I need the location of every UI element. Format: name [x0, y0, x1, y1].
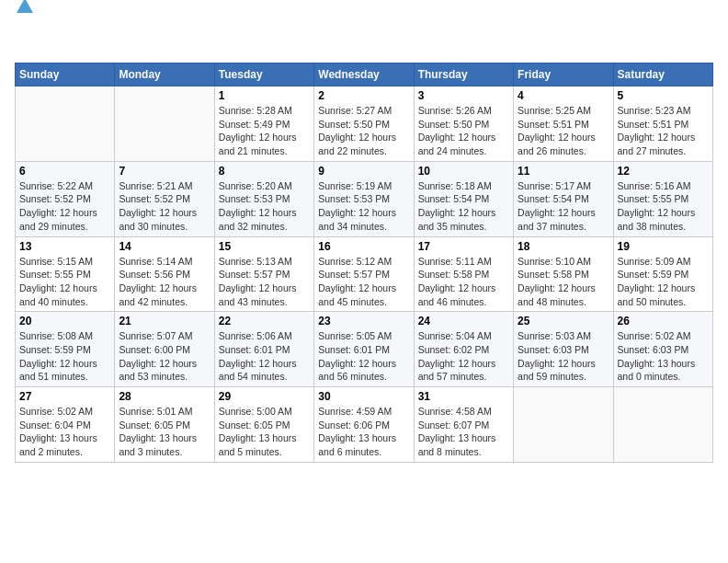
day-info: Sunrise: 5:06 AM Sunset: 6:01 PM Dayligh… — [219, 329, 310, 384]
calendar-cell: 31 Sunrise: 4:58 AM Sunset: 6:07 PM Dayl… — [414, 387, 513, 463]
day-info: Sunrise: 5:13 AM Sunset: 5:57 PM Dayligh… — [219, 255, 310, 309]
daylight: Daylight: 12 hours and 51 minutes. — [19, 358, 97, 383]
calendar-cell: 7 Sunrise: 5:21 AM Sunset: 5:52 PM Dayli… — [115, 161, 214, 236]
day-number: 13 — [19, 240, 110, 253]
calendar-cell: 25 Sunrise: 5:03 AM Sunset: 6:03 PM Dayl… — [514, 312, 613, 387]
calendar-cell: 23 Sunrise: 5:05 AM Sunset: 6:01 PM Dayl… — [314, 312, 414, 387]
daylight: Daylight: 12 hours and 45 minutes. — [318, 282, 396, 307]
sunset: Sunset: 5:54 PM — [518, 193, 589, 204]
daylight: Daylight: 12 hours and 34 minutes. — [318, 207, 396, 232]
sunrise: Sunrise: 5:14 AM — [119, 256, 192, 267]
calendar-week-row: 20 Sunrise: 5:08 AM Sunset: 5:59 PM Dayl… — [16, 312, 713, 387]
sunrise: Sunrise: 5:04 AM — [418, 330, 492, 341]
sunrise: Sunrise: 5:10 AM — [518, 256, 591, 267]
sunset: Sunset: 6:01 PM — [219, 344, 290, 355]
day-number: 15 — [219, 240, 310, 253]
day-info: Sunrise: 5:07 AM Sunset: 6:00 PM Dayligh… — [119, 329, 210, 384]
calendar-cell: 10 Sunrise: 5:18 AM Sunset: 5:54 PM Dayl… — [414, 161, 513, 236]
day-info: Sunrise: 5:18 AM Sunset: 5:54 PM Dayligh… — [418, 179, 509, 234]
daylight: Daylight: 12 hours and 42 minutes. — [119, 282, 197, 307]
day-info: Sunrise: 5:28 AM Sunset: 5:49 PM Dayligh… — [219, 104, 310, 158]
calendar-cell — [613, 387, 712, 463]
sunrise: Sunrise: 5:20 AM — [219, 180, 292, 191]
day-number: 21 — [119, 315, 210, 327]
logo — [15, 15, 59, 55]
daylight: Daylight: 12 hours and 53 minutes. — [119, 358, 197, 383]
daylight: Daylight: 13 hours and 2 minutes. — [19, 432, 97, 457]
daylight: Daylight: 12 hours and 24 minutes. — [418, 132, 496, 156]
day-info: Sunrise: 5:27 AM Sunset: 5:50 PM Dayligh… — [318, 104, 409, 158]
daylight: Daylight: 13 hours and 3 minutes. — [119, 432, 197, 457]
calendar-cell: 4 Sunrise: 5:25 AM Sunset: 5:51 PM Dayli… — [514, 86, 613, 162]
calendar-cell: 29 Sunrise: 5:00 AM Sunset: 6:05 PM Dayl… — [214, 387, 313, 463]
weekday-header: Saturday — [613, 63, 712, 86]
sunrise: Sunrise: 5:02 AM — [618, 330, 691, 341]
calendar-cell: 11 Sunrise: 5:17 AM Sunset: 5:54 PM Dayl… — [514, 161, 613, 236]
calendar-week-row: 27 Sunrise: 5:02 AM Sunset: 6:04 PM Dayl… — [16, 387, 713, 463]
calendar-cell: 21 Sunrise: 5:07 AM Sunset: 6:00 PM Dayl… — [115, 312, 214, 387]
sunrise: Sunrise: 5:01 AM — [119, 406, 192, 417]
sunrise: Sunrise: 5:17 AM — [518, 180, 591, 191]
sunset: Sunset: 6:07 PM — [418, 419, 490, 431]
day-info: Sunrise: 4:58 AM Sunset: 6:07 PM Dayligh… — [418, 405, 509, 459]
day-number: 11 — [518, 165, 609, 178]
sunset: Sunset: 6:05 PM — [119, 419, 190, 431]
day-number: 31 — [418, 390, 509, 403]
calendar-cell: 24 Sunrise: 5:04 AM Sunset: 6:02 PM Dayl… — [414, 312, 513, 387]
daylight: Daylight: 12 hours and 26 minutes. — [518, 132, 596, 156]
calendar-cell: 15 Sunrise: 5:13 AM Sunset: 5:57 PM Dayl… — [214, 236, 313, 312]
daylight: Daylight: 13 hours and 8 minutes. — [418, 432, 496, 457]
calendar-cell: 8 Sunrise: 5:20 AM Sunset: 5:53 PM Dayli… — [214, 161, 313, 236]
calendar-cell: 2 Sunrise: 5:27 AM Sunset: 5:50 PM Dayli… — [314, 86, 414, 162]
sunrise: Sunrise: 5:21 AM — [119, 180, 192, 191]
sunset: Sunset: 5:50 PM — [418, 119, 490, 130]
calendar-cell: 19 Sunrise: 5:09 AM Sunset: 5:59 PM Dayl… — [613, 236, 712, 312]
calendar-cell: 26 Sunrise: 5:02 AM Sunset: 6:03 PM Dayl… — [613, 312, 712, 387]
day-info: Sunrise: 5:08 AM Sunset: 5:59 PM Dayligh… — [19, 329, 110, 384]
sunset: Sunset: 6:03 PM — [618, 344, 689, 355]
sunset: Sunset: 6:05 PM — [219, 419, 290, 431]
calendar-cell: 5 Sunrise: 5:23 AM Sunset: 5:51 PM Dayli… — [613, 86, 712, 162]
day-number: 23 — [318, 315, 409, 327]
daylight: Daylight: 12 hours and 37 minutes. — [518, 207, 596, 232]
sunset: Sunset: 6:04 PM — [19, 419, 91, 431]
sunset: Sunset: 5:52 PM — [119, 193, 190, 204]
daylight: Daylight: 13 hours and 0 minutes. — [618, 358, 696, 383]
calendar-cell: 13 Sunrise: 5:15 AM Sunset: 5:55 PM Dayl… — [16, 236, 115, 312]
sunset: Sunset: 5:55 PM — [19, 269, 91, 280]
daylight: Daylight: 12 hours and 57 minutes. — [418, 358, 496, 383]
sunset: Sunset: 5:59 PM — [618, 269, 689, 280]
daylight: Daylight: 12 hours and 35 minutes. — [418, 207, 496, 232]
sunset: Sunset: 5:53 PM — [219, 193, 290, 204]
day-info: Sunrise: 5:20 AM Sunset: 5:53 PM Dayligh… — [219, 179, 310, 234]
sunrise: Sunrise: 5:06 AM — [219, 330, 292, 341]
calendar-cell — [16, 86, 115, 162]
day-number: 18 — [518, 240, 609, 253]
day-number: 17 — [418, 240, 509, 253]
day-number: 25 — [518, 315, 609, 327]
daylight: Daylight: 12 hours and 27 minutes. — [618, 132, 696, 156]
day-number: 22 — [219, 315, 310, 327]
calendar-cell: 14 Sunrise: 5:14 AM Sunset: 5:56 PM Dayl… — [115, 236, 214, 312]
day-number: 24 — [418, 315, 509, 327]
weekday-header: Monday — [115, 63, 214, 86]
day-info: Sunrise: 5:10 AM Sunset: 5:58 PM Dayligh… — [518, 255, 609, 309]
day-info: Sunrise: 5:00 AM Sunset: 6:05 PM Dayligh… — [219, 405, 310, 459]
daylight: Daylight: 12 hours and 54 minutes. — [219, 358, 297, 383]
calendar-cell: 17 Sunrise: 5:11 AM Sunset: 5:58 PM Dayl… — [414, 236, 513, 312]
day-info: Sunrise: 5:02 AM Sunset: 6:04 PM Dayligh… — [19, 405, 110, 459]
weekday-header: Friday — [514, 63, 613, 86]
sunset: Sunset: 5:55 PM — [618, 193, 689, 204]
weekday-header: Sunday — [16, 63, 115, 86]
sunrise: Sunrise: 5:02 AM — [19, 406, 93, 417]
sunset: Sunset: 6:01 PM — [318, 344, 390, 355]
day-info: Sunrise: 5:21 AM Sunset: 5:52 PM Dayligh… — [119, 179, 210, 234]
day-info: Sunrise: 5:19 AM Sunset: 5:53 PM Dayligh… — [318, 179, 409, 234]
logo-triangle-icon — [17, 0, 33, 17]
day-info: Sunrise: 5:02 AM Sunset: 6:03 PM Dayligh… — [618, 329, 709, 384]
day-number: 1 — [219, 89, 310, 102]
sunset: Sunset: 5:58 PM — [518, 269, 589, 280]
weekday-header: Thursday — [414, 63, 513, 86]
daylight: Daylight: 12 hours and 56 minutes. — [318, 358, 396, 383]
calendar-cell: 6 Sunrise: 5:22 AM Sunset: 5:52 PM Dayli… — [16, 161, 115, 236]
